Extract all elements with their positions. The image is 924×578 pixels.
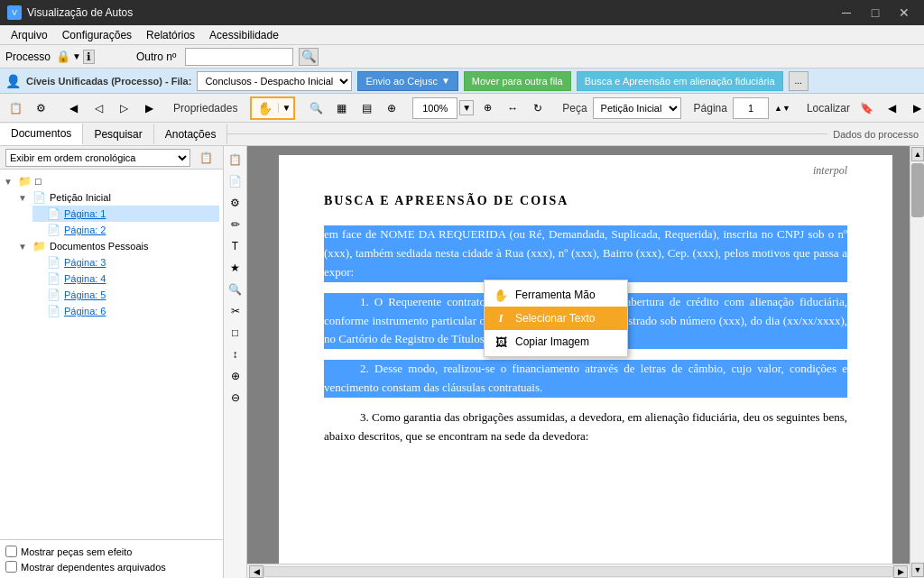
close-button[interactable]: ✕ <box>892 0 917 25</box>
envio-cejusc-button[interactable]: Envio ao Cejusc ▼ <box>357 71 457 91</box>
docs-page4[interactable]: 📄 Página: 4 <box>32 271 219 287</box>
queue-select[interactable]: Conclusos - Despacho Inicial <box>197 71 352 91</box>
peca-select[interactable]: Petição Inicial <box>593 97 681 119</box>
doc-title: BUSCA E APREENSÃO DE COISA <box>324 191 847 211</box>
next-page-button[interactable]: ▶ <box>137 96 161 120</box>
doc-panel-btn[interactable]: 📋 <box>194 146 217 170</box>
docs-page3[interactable]: 📄 Página: 3 <box>32 254 219 271</box>
doc-para-4-text: 3. Como garantia das obrigações assumida… <box>324 410 847 443</box>
tool-dropdown[interactable]: ✋ ▼ <box>250 96 295 120</box>
zoom-input[interactable]: 100% <box>412 97 457 119</box>
next-button[interactable]: ▷ <box>112 96 135 120</box>
hand-tool-icon: ✋ <box>252 101 278 115</box>
nav-right-btn[interactable]: ▶ <box>906 96 924 120</box>
process-number-input[interactable] <box>185 48 293 66</box>
ctx-copy-image[interactable]: 🖼 Copiar Imagem <box>485 330 627 353</box>
scroll-right-btn[interactable]: ▶ <box>893 565 908 578</box>
side-btn-12[interactable]: ⊖ <box>226 388 245 408</box>
scroll-down-btn[interactable]: ▼ <box>911 563 924 577</box>
side-btn-4[interactable]: ✏ <box>226 215 245 234</box>
doc-order-select[interactable]: Exibir em ordem cronológica <box>5 149 190 167</box>
side-btn-7[interactable]: 🔍 <box>226 280 245 299</box>
menu-relatorios[interactable]: Relatórios <box>139 27 202 43</box>
ctx-select-text[interactable]: I Selecionar Texto <box>485 307 627 330</box>
page2-label: Página: 2 <box>64 225 106 235</box>
grid-btn[interactable]: ▦ <box>329 96 353 120</box>
scroll-left-btn[interactable]: ◀ <box>249 565 263 578</box>
help-btn[interactable]: ⊕ <box>380 96 403 120</box>
scroll-thumb[interactable] <box>911 163 924 217</box>
peticao-icon: 📄 <box>32 191 46 204</box>
docs-page6[interactable]: 📄 Página: 6 <box>32 303 219 319</box>
side-btn-11[interactable]: ⊕ <box>226 366 245 386</box>
side-btn-10[interactable]: ↕ <box>226 344 245 364</box>
more-button[interactable]: ... <box>789 71 808 91</box>
table-btn[interactable]: ▤ <box>355 96 378 120</box>
side-btn-5[interactable]: T <box>226 236 245 256</box>
peticao-page1[interactable]: 📄 Página: 1 <box>32 206 219 222</box>
lock-icon: 🔒 <box>56 50 70 63</box>
tab-documentos[interactable]: Documentos <box>0 124 83 145</box>
minimize-button[interactable]: ─ <box>834 0 859 25</box>
busca-apreensao-button[interactable]: Busca e Apreensão em alienação fiduciári… <box>577 71 783 91</box>
root-label: □ <box>35 176 42 187</box>
ctx-hand-tool[interactable]: ✋ Ferramenta Mão <box>485 283 627 307</box>
peticao-label: Petição Inicial <box>50 192 111 203</box>
zoom-fit-btn[interactable]: ⊕ <box>476 96 499 120</box>
root-toggle[interactable]: ▼ <box>4 177 14 187</box>
tool-dropdown-arrow[interactable]: ▼ <box>278 103 293 113</box>
side-btn-6[interactable]: ★ <box>226 258 245 278</box>
scroll-up-btn[interactable]: ▲ <box>911 147 924 161</box>
page2-icon: 📄 <box>47 224 60 236</box>
tree-root[interactable]: ▼ 📁 □ <box>4 173 219 189</box>
side-btn-2[interactable]: 📄 <box>226 171 245 191</box>
tab-pesquisar[interactable]: Pesquisar <box>83 124 153 144</box>
prev-page-button[interactable]: ◀ <box>61 96 85 120</box>
side-btn-1[interactable]: 📋 <box>226 150 245 170</box>
sem-efeito-checkbox[interactable] <box>5 546 17 557</box>
rotate-btn[interactable]: ↻ <box>526 96 550 120</box>
page4-label: Página: 4 <box>64 273 106 284</box>
info-icon: ℹ <box>83 50 95 64</box>
docs-toggle[interactable]: ▼ <box>18 242 29 252</box>
menu-acessibilidade[interactable]: Acessibilidade <box>202 27 286 43</box>
horizontal-scrollbar[interactable]: ◀ ▶ <box>247 564 910 578</box>
tab-anotacoes[interactable]: Anotações <box>154 124 228 144</box>
checkbox-arquivados[interactable]: Mostrar dependentes arquivados <box>5 559 217 574</box>
arquivados-checkbox[interactable] <box>5 561 17 573</box>
peticao-pages: 📄 Página: 1 📄 Página: 2 <box>18 206 219 238</box>
dropdown-icon[interactable]: ▼ <box>441 76 450 86</box>
vertical-scrollbar[interactable]: ▲ ▼ <box>910 146 924 578</box>
toolbar-btn-1[interactable]: 📋 <box>4 96 27 120</box>
scroll-track[interactable] <box>263 566 893 577</box>
search-toolbar-btn[interactable]: 🔍 <box>304 96 328 120</box>
docs-pessoais-item[interactable]: ▼ 📁 Documentos Pessoais <box>18 238 219 254</box>
docs-page5[interactable]: 📄 Página: 5 <box>32 287 219 303</box>
dropdown-arrow-icon[interactable]: ▼ <box>72 51 81 61</box>
zoom-width-btn[interactable]: ↔ <box>501 96 524 120</box>
side-btn-8[interactable]: ✂ <box>226 301 245 321</box>
pagina-up-btn[interactable]: ▲▼ <box>771 96 794 120</box>
prev-button[interactable]: ◁ <box>87 96 110 120</box>
bookmark-btn[interactable]: 🔖 <box>855 96 879 120</box>
peticao-toggle[interactable]: ▼ <box>18 193 29 203</box>
mover-fila-button[interactable]: Mover para outra fila <box>464 71 571 91</box>
pagina-input[interactable] <box>733 97 769 119</box>
menu-configuracoes[interactable]: Configurações <box>55 27 139 43</box>
toolbar-btn-2[interactable]: ⚙ <box>29 96 52 120</box>
side-btn-9[interactable]: □ <box>226 323 245 343</box>
checkbox-sem-efeito[interactable]: Mostrar peças sem efeito <box>5 544 217 559</box>
peticao-item[interactable]: ▼ 📄 Petição Inicial <box>18 189 219 206</box>
menu-arquivo[interactable]: Arquivo <box>4 27 55 43</box>
right-nav: 🔖 ◀ ▶ <box>855 96 924 120</box>
process-search-button[interactable]: 🔍 <box>299 48 319 66</box>
hand-icon: ✋ <box>494 288 508 302</box>
peticao-page2[interactable]: 📄 Página: 2 <box>32 222 219 238</box>
nav-left-btn[interactable]: ◀ <box>881 96 904 120</box>
sem-efeito-label: Mostrar peças sem efeito <box>21 546 133 557</box>
page5-icon: 📄 <box>47 289 60 301</box>
zoom-dropdown[interactable]: ▼ <box>459 100 474 115</box>
maximize-button[interactable]: □ <box>863 0 888 25</box>
side-btn-3[interactable]: ⚙ <box>226 193 245 213</box>
docs-label: Documentos Pessoais <box>50 241 148 252</box>
